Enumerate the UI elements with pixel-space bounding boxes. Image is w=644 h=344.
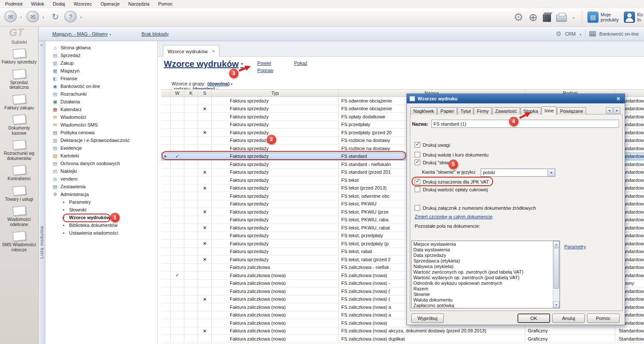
tab-wzorce-wydrukow[interactable]: Wzorce wydruków (163, 45, 220, 57)
parametry-link[interactable]: Parametry (564, 244, 586, 249)
dialog-tab[interactable]: Papier (437, 107, 457, 115)
gear-icon[interactable] (514, 11, 524, 24)
tree-item[interactable]: Wiadomości (45, 113, 157, 121)
module-item[interactable]: Kontrahenci (1, 166, 38, 181)
list-item[interactable]: Wartość wydanych op. zwrotnych (pod tabe… (412, 275, 552, 281)
module-item[interactable]: Sprzedaż detaliczna (1, 69, 38, 90)
nazwa-input[interactable]: FS standard (1) (431, 120, 619, 128)
page-title[interactable]: Wzorce wydruków (164, 59, 244, 69)
brak-blokady-link[interactable]: Brak blokady (141, 31, 169, 36)
tree-item[interactable]: Wiadomości SMS (45, 121, 157, 129)
tree-item[interactable]: Zestawienia (45, 183, 157, 190)
moje-produkty-button[interactable]: Mojeprodukty (587, 12, 619, 23)
scrollbar[interactable] (553, 241, 560, 308)
bankowosc-online-button[interactable]: Bankowość on-line (599, 31, 639, 36)
list-item[interactable]: Sprzedawca (etykieta) (412, 258, 552, 264)
checkbox-row[interactable]: Drukuj uwagi (415, 141, 450, 148)
powiel-link[interactable]: Powiel (257, 60, 271, 66)
dialog-tab[interactable]: Stopka (521, 107, 541, 115)
module-item[interactable]: Faktury zakupu (1, 95, 38, 111)
globe-icon[interactable] (529, 11, 538, 24)
dialog-close-icon[interactable] (614, 95, 622, 102)
tree-item[interactable]: Zakup (45, 59, 157, 67)
tree-item[interactable]: Naklejki (45, 167, 157, 175)
scroll-up-icon[interactable] (553, 241, 560, 247)
tree-item[interactable]: Działania (45, 98, 157, 106)
ok-button[interactable]: OK (518, 314, 550, 323)
dialog-tab[interactable]: Firmy (474, 107, 492, 115)
menu-item[interactable]: Wzorzec (69, 0, 96, 7)
tree-item[interactable]: Parametry (45, 198, 157, 206)
dialog-tab[interactable]: Nagłówek (410, 107, 437, 115)
list-item[interactable]: Miejsce wystawienia (412, 241, 552, 247)
col-k[interactable]: K (184, 90, 198, 97)
menu-item[interactable]: Pomoc (154, 0, 177, 7)
checkbox-row[interactable]: Drukuj walutę i kurs dokumentu (415, 151, 488, 158)
anuluj-button[interactable]: Anuluj (552, 314, 585, 323)
chevron-down-icon[interactable] (42, 14, 46, 19)
mail-receive-icon[interactable]: ✉ (27, 11, 39, 22)
module-item[interactable]: SMS Wiadomości robocze (1, 232, 38, 252)
checkbox-row[interactable]: Drukuj wartość opłaty cukrowej (415, 186, 488, 193)
module-item[interactable]: Rozrachunki wg dokumentów (1, 140, 38, 161)
pomoc-button[interactable]: Pomoc (587, 314, 620, 323)
tree-item[interactable]: Biblioteka dokumentów (45, 221, 157, 229)
tree-item[interactable]: Administracja (45, 190, 157, 198)
cube-icon[interactable] (543, 15, 551, 22)
list-item[interactable]: Waluta dokumentu (412, 297, 552, 303)
printer-icon[interactable] (556, 15, 567, 22)
dialog-tab[interactable]: Inne (542, 106, 557, 115)
list-item[interactable]: Razem (412, 286, 552, 292)
tree-item[interactable]: Ochrona danych osobowych (45, 160, 157, 167)
chevron-down-icon[interactable] (19, 14, 24, 19)
language-select[interactable]: polski (481, 169, 555, 177)
menu-item[interactable]: Operacje (96, 0, 124, 7)
mail-send-icon[interactable]: ✉ (4, 11, 17, 22)
pokaz-link[interactable]: Pokaż (294, 60, 307, 66)
tree-item[interactable]: Finanse (45, 75, 157, 82)
tree-item[interactable]: Strona główna (45, 44, 157, 51)
checkbox-row[interactable]: Drukuj oznaczenia dla JPK VAT (415, 178, 489, 185)
account-button[interactable]: KoIn (624, 12, 643, 23)
dialog-tab[interactable]: Tytuł (457, 107, 473, 115)
checkbox-row[interactable]: Drukuj załącznik z numerami dokumentów ź… (415, 204, 536, 211)
col-s[interactable]: S (198, 90, 212, 97)
change-font-link[interactable]: Zmień czcionkę w całym dokumencie (415, 214, 493, 219)
col-w[interactable]: W (171, 90, 184, 97)
tree-item[interactable]: Kalendarz (45, 106, 157, 113)
help-icon[interactable]: ? (64, 11, 77, 22)
module-item[interactable]: Towary i usługi (1, 186, 38, 202)
module-item[interactable]: Faktury sprzedaży (1, 49, 38, 65)
list-item[interactable]: Data sprzedaży (412, 253, 552, 258)
col-typ[interactable]: Typ (212, 90, 339, 97)
table-row[interactable]: × Faktura zaliczkowa (nowa) FS zaliczkow… (161, 327, 644, 335)
tree-item[interactable]: Bankowość on-line (45, 82, 157, 90)
menu-item[interactable]: Dodaj (48, 0, 69, 7)
tree-item[interactable]: Magazyn (45, 67, 157, 75)
list-item[interactable]: Wartość zwróconych op. zwrotnych (pod ta… (412, 269, 552, 275)
chevron-down-icon[interactable] (79, 14, 84, 19)
crm-menu[interactable]: CRM (565, 31, 576, 36)
menu-item[interactable]: Podmiot (1, 0, 27, 7)
dialog-tab[interactable]: Zawartość (492, 107, 520, 115)
chevron-down-icon[interactable] (572, 15, 577, 20)
tabs-scroll-left-icon[interactable]: ◄ (606, 107, 613, 114)
tree-item[interactable]: Sprzedaż (45, 51, 157, 59)
list-item[interactable]: Data wystawienia (412, 247, 552, 253)
tabs-scroll-right-icon[interactable]: ► (614, 107, 620, 114)
dialog-tab[interactable]: Powiązane (557, 107, 586, 115)
scroll-down-icon[interactable] (553, 302, 560, 308)
popraw-link[interactable]: Popraw (257, 68, 273, 73)
fields-listbox[interactable]: Miejsce wystawieniaData wystawieniaData … (411, 241, 560, 308)
tree-item[interactable]: Ewidencje (45, 144, 157, 152)
tree-item[interactable]: Słowniki (45, 206, 157, 214)
chevron-down-icon[interactable] (579, 31, 582, 36)
list-item[interactable]: Odnośnik do wykazu opakowań zwrotnych (412, 281, 552, 286)
chevron-down-icon[interactable] (548, 169, 555, 176)
module-item[interactable]: Dokumenty kasowe (1, 115, 38, 136)
menu-item[interactable]: Widok (27, 0, 48, 7)
tree-item[interactable]: vendero (45, 175, 157, 183)
tree-item[interactable]: Rozrachunki (45, 90, 157, 98)
refresh-icon[interactable]: ↻ (49, 12, 62, 22)
tree-item[interactable]: Polityka cenowa (45, 129, 157, 136)
